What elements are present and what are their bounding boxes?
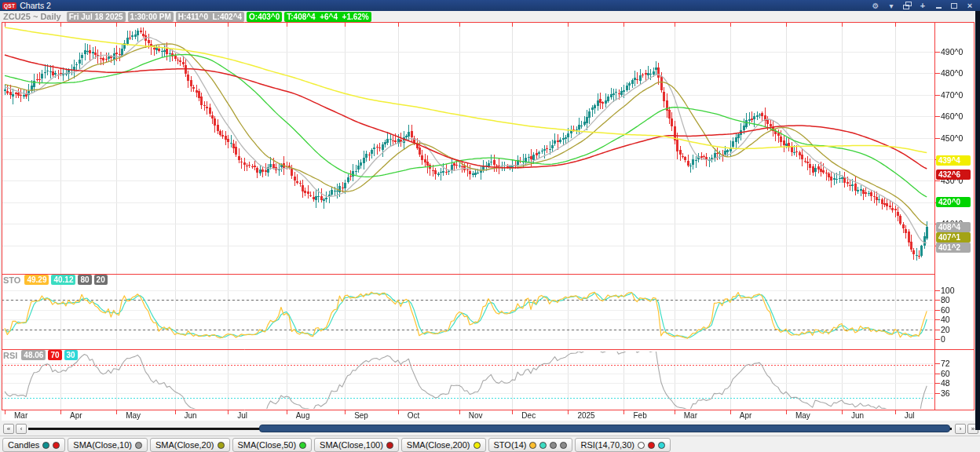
- rsi-param-badge: 30: [64, 350, 78, 360]
- x-axis-month-label: Jul: [905, 411, 915, 420]
- price-axis-label: 460^0: [941, 111, 975, 121]
- sto-label: STO: [3, 275, 20, 285]
- chart-header: ZCU25 ~ Daily Fri Jul 18 20251:30:00 PMH…: [3, 11, 371, 22]
- sto-param-badge: 20: [94, 275, 108, 285]
- indicator-button-label: SMA(Close,20): [155, 440, 214, 450]
- indicator-button-label: STO(14): [494, 440, 527, 450]
- x-axis-month-label: Nov: [469, 411, 483, 420]
- x-axis-month-label: Oct: [408, 411, 420, 420]
- indicator-color-dot: [474, 442, 481, 449]
- window-titlebar: QST Charts 2 ⚙▾+×: [0, 0, 980, 11]
- x-axis-month-label: Jun: [185, 411, 197, 420]
- gear-icon[interactable]: ⚙: [871, 2, 880, 10]
- sto-legend: STO 49.2940.128020: [3, 275, 108, 285]
- indicator-color-dot: [135, 442, 142, 449]
- price-axis-badge: 439^4: [936, 155, 971, 166]
- chart-canvas[interactable]: [0, 0, 980, 452]
- scroll-far-left-button[interactable]: «: [3, 424, 14, 434]
- scroll-left-button[interactable]: ‹: [16, 424, 27, 434]
- cascade-windows-icon[interactable]: [902, 2, 912, 10]
- quote-badges: Fri Jul 18 20251:30:00 PMH:411^0 L:402^4…: [67, 12, 371, 22]
- price-axis-badge: 408^4: [936, 222, 971, 232]
- rsi-axis-label: 36: [941, 388, 975, 398]
- x-axis-month-label: 2025: [577, 411, 594, 420]
- price-axis-label: 450^0: [941, 133, 975, 143]
- indicator-button-label: SMA(Close,50): [238, 440, 297, 450]
- sto-axis-label: 100: [941, 286, 975, 295]
- indicator-button-sma-close-200[interactable]: SMA(Close,200): [401, 438, 486, 452]
- restore-icon[interactable]: [949, 2, 959, 10]
- close-icon[interactable]: ×: [965, 2, 975, 10]
- indicator-color-dot: [560, 442, 567, 449]
- price-axis-badge: 401^2: [936, 242, 971, 253]
- indicator-button-label: SMA(Close,10): [73, 440, 132, 450]
- indicator-button-sma-close-100[interactable]: SMA(Close,100): [314, 438, 399, 452]
- window-edge: [975, 11, 980, 430]
- indicator-color-dot: [299, 442, 306, 449]
- indicator-color-dot: [53, 442, 60, 449]
- price-axis-label: 470^0: [941, 90, 975, 100]
- rsi-label: RSI: [3, 351, 17, 360]
- indicator-color-dot: [539, 442, 547, 449]
- chevron-down-icon[interactable]: ▾: [887, 2, 896, 10]
- rsi-param-badge: 48.06: [21, 350, 46, 360]
- sto-axis-label: 80: [941, 295, 975, 304]
- x-axis-month-label: Aug: [296, 411, 310, 420]
- indicator-color-dot: [529, 442, 536, 449]
- sto-param-badge: 80: [78, 275, 91, 285]
- sto-axis-label: 40: [941, 315, 975, 324]
- symbol-label[interactable]: ZCU25 ~ Daily: [3, 12, 61, 21]
- x-axis-month-label: Dec: [521, 411, 536, 420]
- x-axis-month-label: Apr: [740, 411, 752, 420]
- indicator-button-sto-14[interactable]: STO(14): [488, 438, 573, 452]
- price-axis-badge: 432^6: [936, 170, 971, 180]
- indicator-color-dot: [550, 442, 557, 449]
- indicator-color-dot: [648, 442, 655, 449]
- window-title: Charts 2: [20, 0, 51, 11]
- indicator-button-label: SMA(Close,100): [320, 440, 383, 450]
- quote-badge: H:411^0 L:402^4: [176, 12, 244, 22]
- x-axis-month-label: Jul: [237, 411, 247, 420]
- x-axis-month-label: Feb: [633, 411, 646, 420]
- indicator-button-rsi-14-70-30[interactable]: RSI(14,70,30): [575, 438, 670, 452]
- sto-axis-label: 20: [941, 325, 975, 334]
- rsi-axis-label: 48: [941, 378, 975, 388]
- rsi-axis-label: 72: [941, 359, 975, 368]
- window-controls: ⚙▾+×: [871, 2, 975, 10]
- price-axis-label: 490^0: [941, 47, 975, 56]
- quote-badge: O:403^0: [247, 12, 282, 22]
- x-axis-month-label: Mar: [684, 411, 697, 420]
- indicator-button-label: Candles: [8, 440, 39, 450]
- x-axis-month-label: Apr: [70, 411, 82, 420]
- x-axis-month-label: Jun: [851, 411, 864, 420]
- rsi-axis-label: 60: [941, 369, 975, 378]
- sto-axis-label: 60: [941, 305, 975, 315]
- indicator-button-label: SMA(Close,200): [407, 440, 470, 450]
- scroll-right-button[interactable]: ›: [955, 424, 966, 434]
- x-axis-month-label: Sep: [354, 411, 368, 420]
- price-axis-badge: 407^1: [936, 232, 971, 242]
- x-axis-month-label: May: [126, 411, 141, 420]
- indicator-color-dot: [218, 442, 225, 449]
- quote-badge: Fri Jul 18 2025: [67, 12, 126, 22]
- indicator-button-sma-close-10[interactable]: SMA(Close,10): [68, 438, 148, 452]
- move-icon[interactable]: +: [918, 2, 927, 10]
- scrollbar-thumb[interactable]: [259, 425, 950, 432]
- price-axis-badge: 420^0: [936, 197, 971, 207]
- indicator-color-dot: [386, 442, 393, 449]
- indicator-button-candles[interactable]: Candles: [2, 438, 65, 452]
- sto-param-badge: 49.29: [24, 275, 49, 285]
- indicator-color-dot: [42, 442, 49, 449]
- quote-badge: 1:30:00 PM: [128, 12, 174, 22]
- sto-axis-label: 0: [941, 334, 975, 344]
- rsi-legend: RSI 48.067030: [3, 350, 78, 360]
- qst-charts-window: QST Charts 2 ⚙▾+× ZCU25 ~ Daily Fri Jul …: [0, 0, 980, 452]
- minimize-icon[interactable]: [934, 2, 943, 10]
- indicator-color-dot: [638, 442, 645, 449]
- indicator-color-dot: [658, 442, 665, 449]
- x-axis-month-label: Mar: [14, 411, 27, 420]
- qst-logo: QST: [2, 2, 16, 9]
- quote-badge: T:408^4 +6^4 +1.62%: [284, 12, 371, 22]
- indicator-button-sma-close-20[interactable]: SMA(Close,20): [150, 438, 230, 452]
- indicator-button-sma-close-50[interactable]: SMA(Close,50): [232, 438, 313, 452]
